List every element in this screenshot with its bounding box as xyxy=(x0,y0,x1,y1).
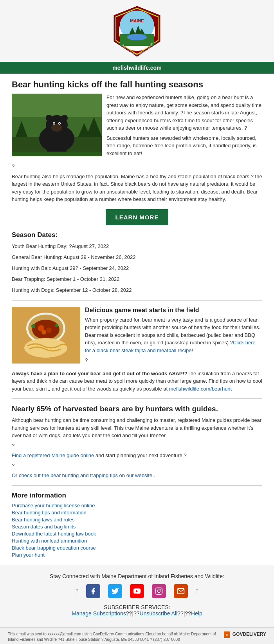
svg-point-20 xyxy=(61,115,68,121)
cool-bear-bold: Always have a plan to cool your bear and… xyxy=(12,371,187,376)
svg-point-38 xyxy=(55,324,58,327)
article-title: Bear hunting kicks off the fall hunting … xyxy=(12,80,262,90)
svg-point-42 xyxy=(160,589,161,590)
divider-1 xyxy=(12,300,262,301)
svg-rect-16 xyxy=(12,94,102,117)
food-section: Delicious game meat starts in the field … xyxy=(12,307,262,367)
law-book-link[interactable]: Download the latest hunting law book xyxy=(12,531,96,537)
bear-photo xyxy=(12,94,102,156)
svg-point-19 xyxy=(46,115,52,121)
svg-point-35 xyxy=(41,330,46,335)
list-item: Purchase your hunting license online xyxy=(12,503,262,508)
svg-point-24 xyxy=(54,123,55,124)
article-intro-section: For new and experienced hunters alike, g… xyxy=(12,94,262,159)
svg-point-8 xyxy=(127,34,147,40)
svg-rect-28 xyxy=(12,152,102,156)
manage-subscriptions-link[interactable]: Manage Subscriptions xyxy=(72,610,126,617)
list-item: Download the latest hunting law book xyxy=(12,531,262,537)
footer-question-mark-left: ? xyxy=(76,588,78,594)
more-info-section: More information Purchase your hunting l… xyxy=(12,492,262,558)
list-item: Bear hunting laws and rules xyxy=(12,517,262,523)
guides-title: Nearly 65% of harvested bears are by hun… xyxy=(12,405,262,413)
more-info-list: Purchase your hunting license online Bea… xyxy=(12,503,262,558)
help-link[interactable]: Help xyxy=(191,610,202,617)
footer-question-mark-right: ? xyxy=(196,588,198,594)
svg-point-32 xyxy=(32,320,59,339)
instagram-icon[interactable] xyxy=(152,584,166,598)
svg-text:MAINE: MAINE xyxy=(130,18,144,23)
website-bar: mefishwildlife.com xyxy=(0,62,274,74)
season-dates-link[interactable]: Season dates and bag limits xyxy=(12,524,76,530)
govdelivery-logo: G GOVDELIVERY xyxy=(224,631,266,638)
season-dates-section: Season Dates: Youth Bear Hunting Day: ?A… xyxy=(12,231,262,295)
svg-point-25 xyxy=(59,123,60,124)
food-photo xyxy=(12,307,80,364)
svg-point-34 xyxy=(46,327,52,333)
maine-logo-icon: MAINE DEPT. OF INLAND FISHERIES AND WILD… xyxy=(114,6,160,57)
unsubscribe-link[interactable]: Unsubscribe All xyxy=(140,610,178,617)
hunting-tips-link[interactable]: Bear hunting tips and information xyxy=(12,510,87,516)
youtube-icon[interactable] xyxy=(130,584,144,598)
divider-3 xyxy=(12,485,262,486)
bear-tips-link[interactable]: Or check out the bear hunting and trappi… xyxy=(12,472,155,478)
email-icon[interactable] xyxy=(174,584,188,598)
divider-2 xyxy=(12,398,262,399)
list-item: Season dates and bag limits xyxy=(12,524,262,530)
facebook-icon[interactable] xyxy=(86,584,100,598)
social-icons-row: ? ? xyxy=(12,584,262,598)
purchase-license-link[interactable]: Purchase your hunting license online xyxy=(12,503,95,508)
learn-more-button[interactable]: LEARN MORE xyxy=(106,209,168,225)
svg-point-41 xyxy=(158,590,160,593)
nonlead-link[interactable]: Hunting with nonlead ammunition xyxy=(12,538,87,544)
twitter-icon[interactable] xyxy=(108,584,122,598)
find-guide-link[interactable]: Find a registered Maine guide online xyxy=(12,452,94,458)
hunting-laws-link[interactable]: Bear hunting laws and rules xyxy=(12,517,74,523)
list-item: Plan your hunt xyxy=(12,552,262,558)
svg-point-37 xyxy=(31,324,35,328)
bearhunt-link[interactable]: mefishwildlife.com/bearhunt xyxy=(169,386,232,392)
guides-section: Nearly 65% of harvested bears are by hun… xyxy=(12,405,262,479)
subscriber-services-text: SUBSCRIBER SERVICES: Manage Subscription… xyxy=(12,604,262,617)
list-item: Black bear trapping education course xyxy=(12,545,262,551)
list-item: Hunting with nonlead ammunition xyxy=(12,538,262,544)
footer-bottom-text: This email was sent to xxxxxx@gmail.com … xyxy=(8,631,220,642)
svg-point-21 xyxy=(51,124,62,132)
stay-connected-text: Stay Connected with Maine Department of … xyxy=(12,573,262,579)
trapping-course-link[interactable]: Black bear trapping education course xyxy=(12,545,96,551)
season-dates-title: Season Dates: xyxy=(12,231,262,239)
svg-text:G: G xyxy=(226,633,229,637)
svg-rect-40 xyxy=(156,588,162,595)
more-info-title: More information xyxy=(12,492,262,499)
footer-bottom: This email was sent to xxxxxx@gmail.com … xyxy=(0,627,274,644)
footer-stay-connected: Stay Connected with Maine Department of … xyxy=(0,565,274,627)
season-dates-list: Youth Bear Hunting Day: ?August 27, 2022… xyxy=(12,242,262,295)
plan-hunt-link[interactable]: Plan your hunt xyxy=(12,552,45,558)
list-item: Bear hunting tips and information xyxy=(12,510,262,516)
header-logo-area: MAINE DEPT. OF INLAND FISHERIES AND WILD… xyxy=(0,0,274,62)
recipe-link[interactable]: Click here for a black bear steak fajita… xyxy=(85,340,256,353)
